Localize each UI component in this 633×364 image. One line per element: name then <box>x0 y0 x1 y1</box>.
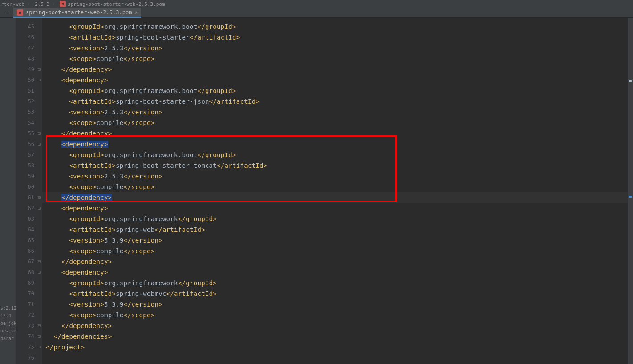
fold-toggle-icon[interactable] <box>36 96 42 107</box>
left-toolwindow-strip[interactable]: s:2.1212.4oe-jdkoe-jsrparar <box>0 18 16 364</box>
code-line[interactable]: <groupId>org.springframework</groupId> <box>42 278 628 288</box>
fold-toggle-icon[interactable] <box>36 288 42 299</box>
fold-toggle-icon[interactable] <box>36 299 42 310</box>
code-line[interactable]: <version>2.5.3</version> <box>42 107 628 117</box>
breadcrumb-item[interactable]: 2.5.3 <box>35 1 49 7</box>
fold-toggle-icon[interactable]: ⊟ <box>36 128 42 139</box>
fold-toggle-icon[interactable] <box>36 32 42 43</box>
scroll-marker[interactable] <box>629 80 632 82</box>
code-line[interactable]: </dependencies> <box>42 331 628 342</box>
code-editor[interactable]: <groupId>org.springframework.boot</group… <box>42 18 628 364</box>
fold-toggle-icon[interactable] <box>36 53 42 64</box>
code-line[interactable]: <scope>compile</scope> <box>42 182 628 192</box>
fold-toggle-icon[interactable] <box>36 21 42 32</box>
close-icon[interactable]: × <box>134 10 138 16</box>
fold-toggle-icon[interactable] <box>36 160 42 171</box>
code-line[interactable]: <version>2.5.3</version> <box>42 43 628 53</box>
breadcrumb-sep: 〉 <box>27 1 32 8</box>
fold-toggle-icon[interactable] <box>36 150 42 160</box>
code-line[interactable]: <artifactId>spring-boot-starter-tomcat</… <box>42 160 628 171</box>
code-line[interactable]: <groupId>org.springframework.boot</group… <box>42 21 628 32</box>
fold-toggle-icon[interactable] <box>36 182 42 192</box>
code-line[interactable]: <dependency> <box>42 203 628 214</box>
breadcrumb-bar: rter-web 〉 2.5.3 〉 m spring-boot-starter… <box>0 0 633 8</box>
code-line[interactable]: <version>5.3.9</version> <box>42 299 628 310</box>
fold-toggle-icon[interactable]: ⊟ <box>36 331 42 342</box>
fold-toggle-icon[interactable]: ⊟ <box>36 267 42 278</box>
fold-toggle-icon[interactable] <box>36 235 42 246</box>
fold-toggle-icon[interactable]: ⊟ <box>36 342 42 352</box>
code-line[interactable]: <artifactId>spring-boot-starter-json</ar… <box>42 96 628 107</box>
code-line[interactable]: <scope>compile</scope> <box>42 246 628 256</box>
code-line[interactable]: <artifactId>spring-webmvc</artifactId> <box>42 288 628 299</box>
left-strip-item[interactable]: oe-jsr <box>0 327 16 335</box>
fold-toggle-icon[interactable] <box>36 214 42 224</box>
fold-toggle-icon[interactable]: ⊟ <box>36 203 42 214</box>
breadcrumb-item[interactable]: spring-boot-starter-web-2.5.3.pom <box>68 1 165 7</box>
fold-toggle-icon[interactable] <box>36 310 42 320</box>
code-line[interactable]: <version>5.3.9</version> <box>42 235 628 246</box>
fold-toggle-icon[interactable] <box>36 107 42 117</box>
left-strip-item[interactable]: parar <box>0 335 16 342</box>
breadcrumb-item[interactable]: rter-web <box>1 1 24 7</box>
fold-toggle-icon[interactable] <box>36 246 42 256</box>
line-number-gutter[interactable]: 4546474849505152535455565758596061626364… <box>16 18 42 364</box>
fold-toggle-icon[interactable]: ⊟ <box>36 139 42 150</box>
code-line[interactable]: </dependency> <box>42 256 628 267</box>
code-line[interactable]: <dependency> <box>42 139 628 150</box>
code-line[interactable]: <groupId>org.springframework.boot</group… <box>42 150 628 160</box>
code-line[interactable]: <dependency> <box>42 267 628 278</box>
code-line[interactable] <box>42 352 628 363</box>
maven-file-icon: m <box>60 1 66 7</box>
fold-toggle-icon[interactable] <box>36 278 42 288</box>
fold-toggle-icon[interactable]: ⊟ <box>36 192 42 203</box>
code-line[interactable]: </dependency> <box>42 320 628 331</box>
code-line[interactable]: <groupId>org.springframework</groupId> <box>42 214 628 224</box>
fold-toggle-icon[interactable] <box>36 117 42 128</box>
maven-file-icon: m <box>17 9 23 16</box>
fold-toggle-icon[interactable] <box>36 43 42 53</box>
fold-toggle-icon[interactable] <box>36 85 42 96</box>
editor-main: s:2.1212.4oe-jdkoe-jsrparar 454647484950… <box>0 18 633 364</box>
code-line[interactable]: <version>2.5.3</version> <box>42 171 628 182</box>
editor-tabs: — m spring-boot-starter-web-2.5.3.pom × <box>0 8 633 18</box>
scroll-marker[interactable] <box>629 196 632 198</box>
code-line[interactable]: <groupId>org.springframework.boot</group… <box>42 85 628 96</box>
file-tab-label: spring-boot-starter-web-2.5.3.pom <box>26 9 132 16</box>
file-tab-active[interactable]: m spring-boot-starter-web-2.5.3.pom × <box>13 8 141 17</box>
left-strip-item[interactable]: 12.4 <box>0 312 16 320</box>
code-line[interactable]: <scope>compile</scope> <box>42 53 628 64</box>
fold-toggle-icon[interactable]: ⊟ <box>36 75 42 85</box>
code-line[interactable]: </dependency> <box>42 192 628 203</box>
scrollbar-strip[interactable] <box>628 18 633 364</box>
left-strip-item[interactable]: oe-jdk <box>0 320 16 327</box>
tab-minimize-icon[interactable]: — <box>0 8 13 17</box>
code-line[interactable]: <dependency> <box>42 75 628 85</box>
code-line[interactable]: <scope>compile</scope> <box>42 117 628 128</box>
fold-toggle-icon[interactable] <box>36 224 42 235</box>
code-line[interactable]: <artifactId>spring-web</artifactId> <box>42 224 628 235</box>
code-line[interactable]: </project> <box>42 342 628 352</box>
code-line[interactable]: <artifactId>spring-boot-starter</artifac… <box>42 32 628 43</box>
code-line[interactable]: </dependency> <box>42 64 628 75</box>
fold-toggle-icon[interactable] <box>36 171 42 182</box>
code-line[interactable]: <scope>compile</scope> <box>42 310 628 320</box>
fold-toggle-icon[interactable]: ⊟ <box>36 64 42 75</box>
left-strip-item[interactable]: s:2.12 <box>0 304 16 312</box>
fold-toggle-icon[interactable]: ⊟ <box>36 256 42 267</box>
fold-toggle-icon[interactable] <box>36 352 42 363</box>
fold-toggle-icon[interactable]: ⊟ <box>36 320 42 331</box>
code-line[interactable]: </dependency> <box>42 128 628 139</box>
breadcrumb-sep: 〉 <box>52 1 57 8</box>
